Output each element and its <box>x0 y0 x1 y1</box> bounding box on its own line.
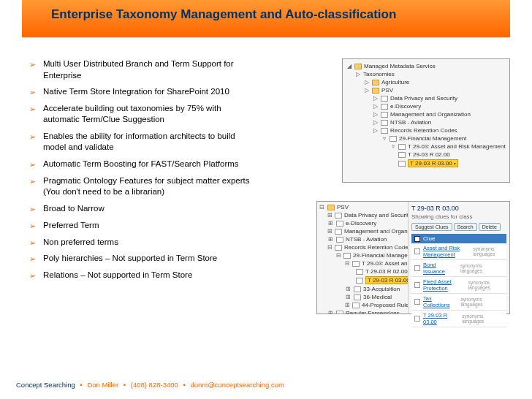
tree-item[interactable]: ▷NTSB - Aviation <box>346 118 506 126</box>
clue-term[interactable]: T 29-03 R 03.00 <box>423 312 460 325</box>
search-button[interactable]: Search <box>454 223 477 231</box>
tree-item[interactable]: ▷Records Retention Codes <box>346 126 506 134</box>
bullet-item: ➢Accelerate building out taxonomies by 7… <box>29 103 256 126</box>
bullet-text: Poly hierarchies – Not supported in Term… <box>43 253 217 265</box>
tree-item[interactable]: ▷Agriculture <box>346 78 506 86</box>
clue-row[interactable]: Asset and Risk Management synonyms langu… <box>411 243 506 260</box>
tree-item[interactable]: ▿29-Financial Management <box>346 134 506 142</box>
tree-item[interactable]: ⊞e-Discovery <box>319 219 406 227</box>
expand-icon[interactable]: ⊟ <box>345 260 350 267</box>
expand-icon[interactable]: ⊞ <box>327 220 334 227</box>
expand-icon[interactable]: ⊞ <box>327 310 334 314</box>
expand-icon[interactable]: ▷ <box>372 111 379 118</box>
tree-root[interactable]: ◢Managed Metadata Service <box>346 62 506 70</box>
clue-row[interactable]: Bond Issuance synonyms languages <box>411 260 506 277</box>
checkbox-icon[interactable] <box>414 316 420 322</box>
expand-icon[interactable]: ▷ <box>354 71 361 77</box>
tree-item[interactable]: ▷e-Discovery <box>346 102 506 110</box>
expand-icon[interactable]: ⊟ <box>327 244 332 251</box>
suggest-clues-button[interactable]: Suggest Clues <box>411 223 452 231</box>
tree-item[interactable]: ⊞Management and Organization <box>319 227 406 235</box>
footer: Concept Searching • Don Miller • (408) 8… <box>16 381 284 389</box>
bullet-item: ➢Non preferred terms <box>29 237 256 248</box>
expand-icon[interactable]: ▷ <box>363 79 370 86</box>
footer-details: • Don Miller • (408) 828-3400 • donm@con… <box>77 381 284 389</box>
clue-sublinks[interactable]: synonyms languages <box>468 280 503 290</box>
checkbox-icon[interactable] <box>414 299 420 305</box>
clue-term[interactable]: Tax Collections <box>423 295 458 308</box>
clue-term[interactable]: Bond Issuance <box>423 262 458 275</box>
bullet-text: Broad to Narrow <box>43 203 104 215</box>
expand-icon[interactable]: ⊟ <box>336 252 341 259</box>
folder-icon <box>327 205 335 210</box>
expand-icon[interactable]: ⊞ <box>327 236 334 243</box>
expand-icon[interactable]: ⊞ <box>345 302 350 308</box>
chevron-icon: ➢ <box>29 238 36 248</box>
separator-dot: • <box>80 381 82 389</box>
clue-sublinks[interactable]: synonyms languages <box>462 314 503 324</box>
selected-term[interactable]: T 29-03 R 03.00 <box>365 276 408 284</box>
bullet-item: ➢Automatic Term Boosting for FAST/Search… <box>29 159 256 170</box>
expand-icon[interactable]: ⊟ <box>319 204 325 210</box>
expand-icon[interactable] <box>390 151 396 158</box>
clue-title: T 29-03 R 03.00 <box>411 205 506 212</box>
tree-item[interactable]: ▷Data Privacy and Security <box>346 94 506 102</box>
clue-term[interactable]: Asset and Risk Management <box>423 245 471 258</box>
checkbox-icon[interactable] <box>414 248 420 254</box>
chevron-icon: ➢ <box>29 254 36 265</box>
tree-item[interactable]: ⊞36-Medical <box>319 293 406 301</box>
expand-icon[interactable]: ⊞ <box>327 212 332 218</box>
expand-icon[interactable]: ▿ <box>390 143 396 150</box>
clue-row[interactable]: Fixed Asset Protection synonyms language… <box>411 277 506 294</box>
tree-item[interactable]: ⊞44-Proposed Rulemaking <box>319 301 406 309</box>
expand-icon[interactable]: ▷ <box>372 95 379 102</box>
separator-dot: • <box>123 381 126 389</box>
tree-item[interactable]: T 29-03 R 03.00 <box>319 276 406 285</box>
checkbox-icon[interactable] <box>414 265 420 271</box>
selected-term[interactable]: T 29-03 R 03.00 • <box>408 159 458 167</box>
bullet-item: ➢Broad to Narrow <box>29 203 256 215</box>
tree-item[interactable]: ⊞NTSB - Aviation <box>319 235 406 243</box>
tree-item[interactable]: ▷Management and Organization <box>346 110 506 118</box>
expand-icon[interactable]: ⊞ <box>327 228 332 235</box>
expand-icon[interactable]: ▷ <box>372 103 379 110</box>
expand-icon[interactable]: ◢ <box>346 63 352 69</box>
checkbox-icon[interactable] <box>414 236 420 242</box>
clue-sublinks[interactable]: synonyms languages <box>473 246 503 256</box>
tree-item[interactable]: T 29-03 R 02.00 <box>346 151 506 159</box>
expand-icon[interactable] <box>390 160 396 167</box>
tree-item[interactable]: ⊞33-Acquisition <box>319 285 406 293</box>
clue-row[interactable]: T 29-03 R 03.00 synonyms languages <box>411 311 506 327</box>
tag-icon <box>381 96 388 102</box>
tree-item[interactable]: ▷Taxonomies <box>346 70 506 78</box>
expand-icon[interactable]: ▷ <box>372 119 379 126</box>
tag-icon <box>356 278 363 284</box>
tree-item[interactable]: ⊟29-Financial Management <box>319 251 406 259</box>
tree-item[interactable]: ⊟Records Retention Codes <box>319 243 406 251</box>
tree-item[interactable]: T 29-03 R 03.00 • <box>346 159 506 168</box>
tree-item[interactable]: ▿T 29-03: Asset and Risk Management <box>346 142 506 151</box>
bullet-text: Automatic Term Boosting for FAST/Search … <box>43 159 239 170</box>
folder-icon <box>372 80 379 86</box>
clue-term[interactable]: Fixed Asset Protection <box>423 278 466 292</box>
checkbox-icon[interactable] <box>414 282 420 288</box>
bullet-text: Non preferred terms <box>43 237 118 248</box>
expand-icon[interactable]: ⊞ <box>345 294 352 300</box>
delete-button[interactable]: Delete <box>479 223 501 231</box>
expand-icon[interactable]: ⊞ <box>345 286 352 292</box>
tree-item[interactable]: ⊞Data Privacy and Security <box>319 211 406 219</box>
expand-icon[interactable]: ▿ <box>381 135 387 142</box>
expand-icon[interactable]: ▷ <box>363 87 370 94</box>
clue-sublinks[interactable]: synonyms languages <box>460 263 503 273</box>
clue-row[interactable]: Tax Collections synonyms languages <box>411 294 506 311</box>
clue-details: T 29-03 R 03.00 Showing clues for class … <box>408 202 509 314</box>
tag-icon <box>336 311 343 314</box>
tree-root[interactable]: ⊟PSV <box>319 203 406 211</box>
tree-item[interactable]: ⊟T 29-03: Asset and Risk Ma <box>319 259 406 267</box>
tree-item[interactable]: T 29-03 R 02.00 <box>319 267 406 276</box>
tree-item[interactable]: ⊞Regular Expressions <box>319 309 406 314</box>
expand-icon[interactable]: ▷ <box>372 127 379 134</box>
clue-sublinks[interactable]: synonyms languages <box>460 297 503 307</box>
folder-icon <box>372 88 379 94</box>
tree-item[interactable]: ▷PSV <box>346 86 506 94</box>
